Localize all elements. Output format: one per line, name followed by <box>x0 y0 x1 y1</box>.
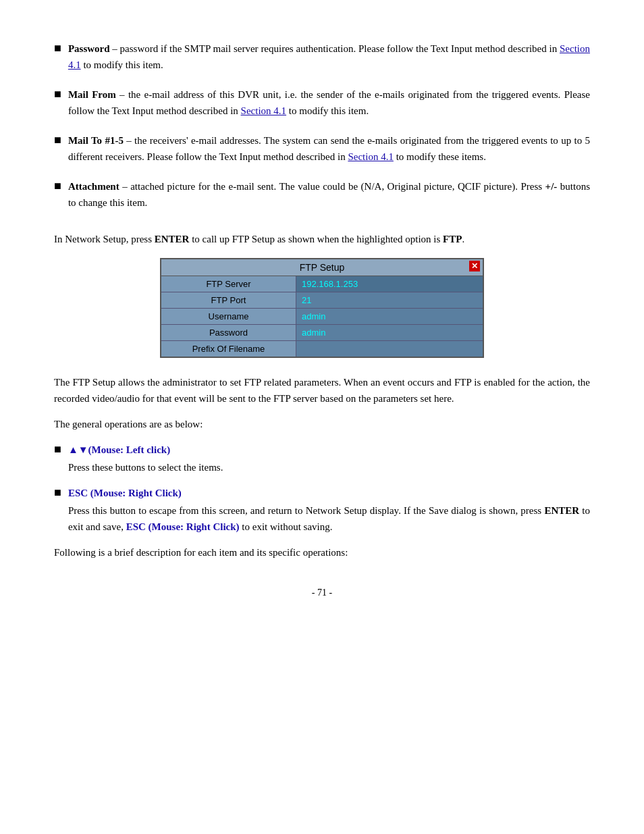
ftp-label-server: FTP Server <box>161 276 296 292</box>
desc-para2: The general operations are as below: <box>54 416 590 432</box>
ftp-row-password: Password admin <box>161 325 483 341</box>
ftp-row-username: Username admin <box>161 309 483 325</box>
ftp-title-text: FTP Setup <box>300 262 345 273</box>
term-mail-to: Mail To #1-5 <box>68 135 124 146</box>
esc-bold1: ENTER <box>544 505 579 516</box>
text-attachment-before: – attached picture for the e-mail sent. … <box>119 181 545 192</box>
ftp-title-row: FTP Setup ✕ <box>161 259 483 276</box>
link-section-mail-from[interactable]: Section 4.1 <box>241 105 287 116</box>
intro-text2: to call up FTP Setup as shown when the h… <box>189 234 443 244</box>
term-mail-from: Mail From <box>68 89 116 100</box>
text-password-after: to modify this item. <box>81 59 163 70</box>
intro-paragraph: In Network Setup, press ENTER to call up… <box>54 231 590 247</box>
ftp-setup-container: FTP Setup ✕ FTP Server 192.168.1.253 FTP… <box>54 258 590 358</box>
operation-esc: ■ ESC (Mouse: Right Click) Press this bu… <box>54 485 590 535</box>
bullet-password: ■ Password – password if the SMTP mail s… <box>54 41 590 73</box>
bullet-icon-mail-to: ■ <box>54 133 61 147</box>
operation-arrow-content: ▲▼(Mouse: Left click) Press these button… <box>68 442 223 475</box>
operation-esc-text: Press this button to escape from this sc… <box>68 502 590 535</box>
bullet-text-mail-from: Mail From – the e-mail address of this D… <box>68 86 590 119</box>
text-mail-to-after: to modify these items. <box>394 151 486 162</box>
operation-arrow-term: ▲▼(Mouse: Left click) <box>68 444 170 455</box>
bullet-mail-to: ■ Mail To #1-5 – the receivers' e-mail a… <box>54 132 590 165</box>
ftp-row-port: FTP Port 21 <box>161 292 483 309</box>
operation-arrow: ■ ▲▼(Mouse: Left click) Press these butt… <box>54 442 590 475</box>
ftp-value-prefix <box>296 341 483 357</box>
ftp-row-server: FTP Server 192.168.1.253 <box>161 276 483 292</box>
ftp-label-username: Username <box>161 309 296 324</box>
ftp-value-username: admin <box>296 309 483 324</box>
operation-esc-term: ESC (Mouse: Right Click) <box>68 488 182 498</box>
ftp-label-prefix: Prefix Of Filename <box>161 341 296 357</box>
desc-para1: The FTP Setup allows the administrator t… <box>54 374 590 407</box>
ftp-row-prefix: Prefix Of Filename <box>161 341 483 357</box>
operation-esc-content: ESC (Mouse: Right Click) Press this butt… <box>68 485 590 535</box>
intro-bold1: ENTER <box>155 234 190 244</box>
intro-text1: In Network Setup, press <box>54 234 155 244</box>
ftp-label-password: Password <box>161 325 296 340</box>
closing-para: Following is a brief description for eac… <box>54 544 590 561</box>
page-number: - 71 - <box>54 588 590 598</box>
esc-bold2: ESC (Mouse: Right Click) <box>126 521 240 532</box>
ftp-close-button[interactable]: ✕ <box>469 261 480 271</box>
text-password-before: – password if the SMTP mail server requi… <box>110 43 560 54</box>
ftp-setup-table: FTP Setup ✕ FTP Server 192.168.1.253 FTP… <box>160 258 484 358</box>
link-section-mail-to[interactable]: Section 4.1 <box>348 151 394 162</box>
bullet-text-attachment: Attachment – attached picture for the e-… <box>68 178 590 211</box>
bullet-icon-mail-from: ■ <box>54 87 61 101</box>
term-attachment: Attachment <box>68 181 119 192</box>
esc-text3: to exit without saving. <box>240 521 333 532</box>
bullet-icon-arrow: ■ <box>54 442 61 457</box>
intro-bold2: FTP <box>443 234 462 244</box>
bullet-mail-from: ■ Mail From – the e-mail address of this… <box>54 86 590 119</box>
text-mail-to-before: – the receivers' e-mail addresses. The s… <box>68 135 590 162</box>
intro-text3: . <box>462 234 464 244</box>
bullet-icon-password: ■ <box>54 41 61 55</box>
term-password: Password <box>68 43 110 54</box>
bullet-text-password: Password – password if the SMTP mail ser… <box>68 41 590 73</box>
ftp-value-server: 192.168.1.253 <box>296 276 483 292</box>
operation-arrow-text: Press these buttons to select the items. <box>68 459 223 475</box>
bullet-attachment: ■ Attachment – attached picture for the … <box>54 178 590 211</box>
text-mail-from-after: to modify this item. <box>286 105 369 116</box>
ftp-label-port: FTP Port <box>161 292 296 308</box>
bold-plusminus: +/- <box>545 181 558 192</box>
bullet-text-mail-to: Mail To #1-5 – the receivers' e-mail add… <box>68 132 590 165</box>
esc-text1: Press this button to escape from this sc… <box>68 505 545 516</box>
bullet-icon-esc: ■ <box>54 486 61 500</box>
bullet-icon-attachment: ■ <box>54 179 61 193</box>
ftp-value-password: admin <box>296 325 483 340</box>
ftp-value-port: 21 <box>296 292 483 308</box>
